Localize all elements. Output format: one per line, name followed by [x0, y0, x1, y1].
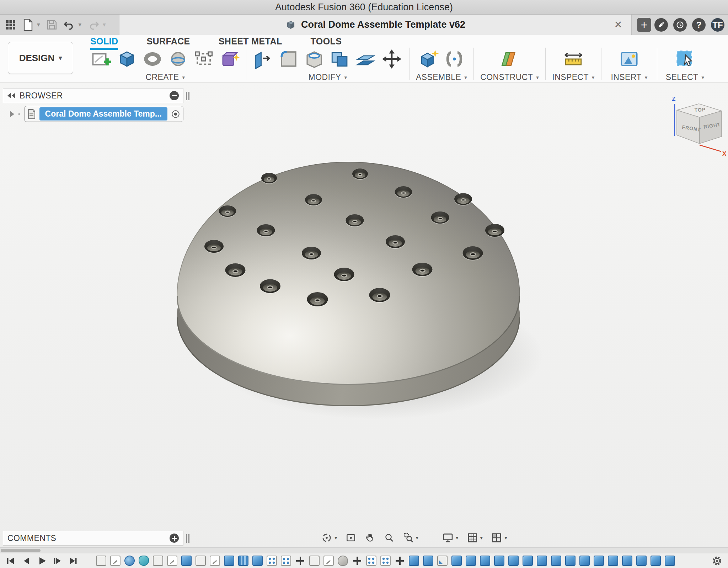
caret-down-icon[interactable]: ▾ [456, 535, 459, 541]
timeline-feature-corner[interactable] [437, 556, 448, 566]
timeline-feature-extrude[interactable] [451, 556, 462, 566]
document-tab-close-icon[interactable]: × [611, 17, 626, 32]
visibility-eye-icon[interactable] [18, 111, 21, 118]
job-status-clock-icon[interactable] [673, 18, 687, 32]
timeline-feature-extrude[interactable] [252, 556, 263, 566]
timeline-feature-sketch[interactable] [110, 556, 121, 566]
timeline-scrollbar-thumb[interactable] [1, 549, 41, 552]
undo-icon[interactable] [64, 20, 75, 30]
timeline-feature-circular-pattern[interactable] [267, 556, 277, 566]
comments-panel-header[interactable]: COMMENTS [3, 531, 183, 546]
timeline-feature-extrude[interactable] [423, 556, 433, 566]
caret-down-icon[interactable]: ▾ [416, 535, 419, 541]
revolve-icon[interactable] [142, 49, 163, 69]
timeline-feature-extrude[interactable] [181, 556, 192, 566]
caret-down-icon[interactable]: ▾ [334, 535, 337, 541]
extensions-icon[interactable] [654, 18, 668, 32]
zoom-window-control[interactable]: ▾ [403, 532, 419, 543]
group-label-select[interactable]: SELECT▾ [666, 73, 705, 82]
zoom-window-icon[interactable] [403, 532, 414, 543]
app-grid-icon[interactable] [5, 19, 16, 31]
insert-image-icon[interactable] [619, 49, 639, 69]
offset-face-icon[interactable] [355, 49, 376, 69]
timeline-feature-sketch[interactable] [210, 556, 220, 566]
timeline-feature-circular-pattern[interactable] [366, 556, 376, 566]
fillet-icon[interactable] [278, 49, 299, 69]
timeline-feature-extrude[interactable] [494, 556, 504, 566]
joint-icon[interactable] [444, 49, 465, 69]
rectangular-pattern-icon[interactable] [193, 49, 214, 69]
add-comment-icon[interactable] [170, 534, 179, 543]
timeline-feature-extrude[interactable] [466, 556, 476, 566]
viewports-control[interactable]: ▾ [491, 532, 507, 544]
zoom-icon[interactable] [384, 532, 395, 543]
timeline-feature-sketch[interactable] [167, 556, 177, 566]
display-settings-icon[interactable] [442, 532, 454, 544]
timeline-feature-extrude[interactable] [594, 556, 604, 566]
shell-icon[interactable] [304, 49, 325, 69]
timeline-gear-icon[interactable] [711, 555, 723, 567]
group-label-assemble[interactable]: ASSEMBLE▾ [416, 73, 467, 82]
group-label-inspect[interactable]: INSPECT▾ [552, 73, 594, 82]
browser-panel-header[interactable]: BROWSER [3, 88, 183, 103]
timeline-feature-extrude[interactable] [579, 556, 590, 566]
viewcube[interactable]: TOP FRONT RIGHT Z X [667, 93, 727, 159]
measure-icon[interactable] [563, 49, 584, 69]
orbit-icon[interactable] [321, 532, 333, 544]
timeline-feature-extrude[interactable] [537, 556, 547, 566]
timeline-feature-split[interactable] [238, 556, 248, 566]
timeline-feature-extrude[interactable] [523, 556, 533, 566]
timeline-feature-extrude[interactable] [551, 556, 561, 566]
viewports-icon[interactable] [491, 532, 503, 544]
save-icon[interactable] [47, 20, 57, 30]
press-pull-icon[interactable] [253, 49, 273, 69]
timeline-feature-extrude[interactable] [622, 556, 632, 566]
timeline-scrollbar[interactable] [0, 547, 728, 553]
timeline-feature-component[interactable] [196, 556, 206, 566]
collapse-panel-icon[interactable] [7, 93, 15, 98]
timeline-feature-sphere[interactable] [124, 556, 135, 566]
browser-root-row[interactable]: Coral Dome Assemble Temp... [3, 106, 183, 122]
timeline-feature-extrude[interactable] [636, 556, 647, 566]
move-icon[interactable] [381, 48, 403, 70]
panel-grip-handle[interactable] [186, 92, 189, 100]
timeline-feature-move[interactable] [295, 556, 305, 566]
panel-grip-handle[interactable] [186, 534, 189, 543]
timeline-feature-extrude[interactable] [651, 556, 661, 566]
grid-icon[interactable] [466, 532, 478, 544]
timeline-feature-circular-pattern[interactable] [281, 556, 291, 566]
orbit-control[interactable]: ▾ [321, 532, 337, 544]
primitive-box-icon[interactable] [117, 49, 137, 69]
browser-root-selection[interactable]: Coral Dome Assemble Temp... [24, 106, 183, 122]
timeline-feature-extrude[interactable] [665, 556, 675, 566]
new-file-icon[interactable] [23, 19, 33, 31]
offset-plane-icon[interactable] [499, 49, 520, 69]
new-tab-button[interactable]: + [637, 18, 651, 32]
step-back-icon[interactable] [21, 555, 32, 567]
redo-icon[interactable] [88, 20, 99, 30]
timeline-feature-move[interactable] [352, 556, 362, 566]
display-settings-control[interactable]: ▾ [442, 532, 459, 544]
viewport-canvas[interactable] [0, 82, 728, 553]
timeline-feature-sketch[interactable] [323, 556, 334, 566]
redo-caret-icon[interactable]: ▾ [103, 21, 106, 28]
timeline-feature-move[interactable] [395, 556, 405, 566]
timeline-feature-extrude[interactable] [224, 556, 234, 566]
panel-minimize-icon[interactable] [170, 91, 179, 100]
timeline-feature-extrude[interactable] [565, 556, 576, 566]
group-label-insert[interactable]: INSERT▾ [611, 73, 647, 82]
look-at-icon[interactable] [345, 532, 357, 543]
skip-to-start-icon[interactable] [5, 555, 16, 567]
sphere-icon[interactable] [168, 49, 188, 69]
timeline-feature-component[interactable] [309, 556, 320, 566]
form-icon[interactable] [219, 49, 240, 69]
timeline-feature-form[interactable] [338, 556, 348, 566]
timeline-feature-component[interactable] [153, 556, 163, 566]
timeline-feature-revolve[interactable] [139, 556, 149, 566]
profile-avatar[interactable]: TF [711, 18, 724, 32]
activate-radio-icon[interactable] [171, 109, 180, 119]
timeline-feature-extrude[interactable] [409, 556, 419, 566]
step-forward-icon[interactable] [52, 555, 63, 567]
group-label-construct[interactable]: CONSTRUCT▾ [480, 73, 539, 82]
browser-root-label[interactable]: Coral Dome Assemble Temp... [39, 107, 167, 120]
